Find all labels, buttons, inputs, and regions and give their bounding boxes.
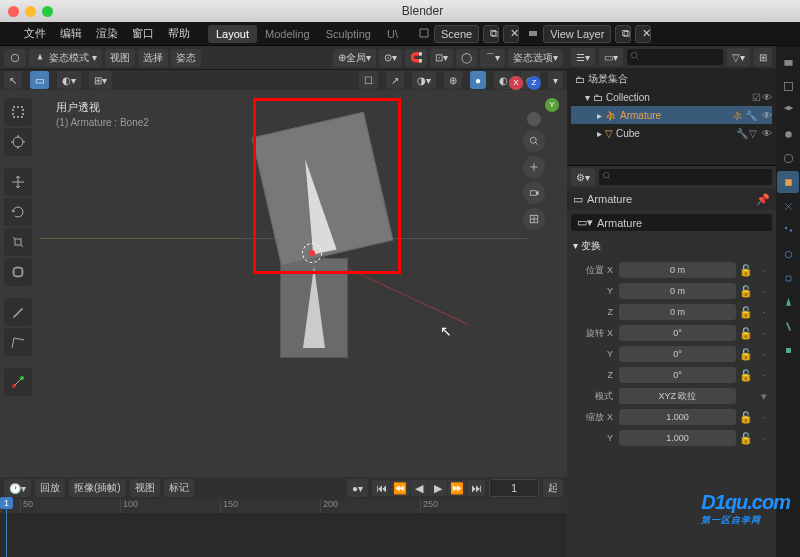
editor-type-icon[interactable] — [4, 49, 26, 67]
proportional-icon[interactable]: ◯ — [456, 49, 477, 67]
timeline-marker[interactable]: 标记 — [164, 479, 194, 497]
shading-solid-icon[interactable]: ● — [470, 71, 486, 89]
scene-copy-icon[interactable]: ⧉ — [483, 25, 499, 43]
eye-icon[interactable]: 👁 — [762, 110, 772, 121]
axis-z-neg-icon[interactable] — [527, 112, 541, 126]
snap-icon[interactable]: 🧲 — [405, 49, 427, 67]
lock-icon[interactable]: 🔓 — [738, 327, 754, 340]
tab-viewlayer-icon[interactable] — [777, 99, 799, 121]
viewlayer-selector[interactable]: View Layer — [543, 25, 611, 43]
snap-target-icon[interactable]: ⊡▾ — [430, 49, 453, 67]
checkbox-icon[interactable]: ☑ — [752, 92, 761, 103]
mesh-data-icon[interactable]: ▽ — [749, 128, 757, 139]
loc-x-field[interactable]: 0 m — [619, 262, 736, 278]
3d-viewport[interactable]: ↖ ▭ ◐▾ ⊞▾ ☐ ↗ ◑▾ ⊕ ● ◐ ◉ ▾ — [0, 70, 567, 477]
gizmo-toggle-icon[interactable]: ◐▾ — [57, 71, 81, 89]
menu-file[interactable]: 文件 — [18, 24, 52, 43]
viewlayer-icon[interactable] — [527, 27, 539, 41]
disclosure-icon[interactable]: ▸ — [597, 110, 602, 121]
jump-end-icon[interactable]: ⏭ — [467, 480, 485, 496]
header-pose[interactable]: 姿态 — [171, 49, 201, 67]
zoom-icon[interactable] — [523, 130, 545, 152]
play-reverse-icon[interactable]: ◀ — [410, 480, 428, 496]
viewlayer-delete-icon[interactable]: ✕ — [635, 25, 651, 43]
select-mode-cursor-icon[interactable]: ↖ — [4, 71, 22, 89]
props-editor-icon[interactable]: ⚙▾ — [571, 168, 595, 186]
perspective-toggle-icon[interactable] — [523, 208, 545, 230]
tool-select-box-icon[interactable] — [4, 98, 32, 126]
tool-annotate-icon[interactable] — [4, 298, 32, 326]
lock-icon[interactable]: 🔓 — [738, 264, 754, 277]
rot-x-field[interactable]: 0° — [619, 325, 736, 341]
show-gizmo-icon[interactable]: ↗ — [386, 71, 404, 89]
tree-armature[interactable]: ▸ ⛹ Armature ⛹🔧 👁 — [571, 106, 772, 124]
lock-icon[interactable]: 🔓 — [738, 348, 754, 361]
blender-logo-icon[interactable] — [4, 26, 16, 41]
tab-armature-icon[interactable] — [777, 291, 799, 313]
workspace-sculpting[interactable]: Sculpting — [318, 25, 379, 43]
menu-edit[interactable]: 编辑 — [54, 24, 88, 43]
bone-1[interactable] — [303, 266, 325, 348]
frame-current[interactable]: 1 — [489, 479, 539, 497]
shading-wire-icon[interactable]: ⊕ — [444, 71, 462, 89]
select-mode-box-icon[interactable]: ▭ — [30, 71, 49, 89]
tab-output-icon[interactable] — [777, 75, 799, 97]
navigation-gizmo[interactable]: Z X Y — [509, 76, 559, 126]
scale-x-field[interactable]: 1.000 — [619, 409, 736, 425]
timeline-editor-icon[interactable]: 🕐▾ — [4, 479, 31, 497]
play-icon[interactable]: ▶ — [429, 480, 447, 496]
overlay-toggle-icon[interactable]: ⊞▾ — [89, 71, 112, 89]
scale-y-field[interactable]: 1.000 — [619, 430, 736, 446]
lock-icon[interactable]: 🔓 — [738, 411, 754, 424]
workspace-uv[interactable]: U\ — [379, 25, 406, 43]
tab-physics-icon[interactable] — [777, 243, 799, 265]
tool-extrude-icon[interactable] — [4, 368, 32, 396]
tool-rotate-icon[interactable] — [4, 198, 32, 226]
disclosure-icon[interactable]: ▾ — [585, 92, 590, 103]
options-dropdown[interactable]: 姿态选项 ▾ — [508, 49, 563, 67]
lock-icon[interactable]: 🔓 — [738, 306, 754, 319]
xray-icon[interactable]: ☐ — [359, 71, 378, 89]
breadcrumb-name[interactable]: Armature — [587, 193, 632, 205]
outliner-new-collection-icon[interactable]: ⊞ — [754, 48, 772, 66]
tab-scene-icon[interactable] — [777, 123, 799, 145]
props-search[interactable] — [599, 169, 772, 185]
tab-modifier-icon[interactable] — [777, 195, 799, 217]
eye-icon[interactable]: 👁 — [762, 92, 772, 103]
window-close[interactable] — [8, 6, 19, 17]
tool-measure-icon[interactable] — [4, 328, 32, 356]
workspace-layout[interactable]: Layout — [208, 25, 257, 43]
axis-z-icon[interactable]: Z — [527, 76, 541, 90]
tree-scene-collection[interactable]: 🗀 场景集合 — [571, 70, 772, 88]
timeline-view[interactable]: 视图 — [130, 479, 160, 497]
menu-render[interactable]: 渲染 — [90, 24, 124, 43]
show-overlay-icon[interactable]: ◑▾ — [412, 71, 436, 89]
axis-y-icon[interactable]: Y — [545, 98, 559, 112]
tool-move-icon[interactable] — [4, 168, 32, 196]
mode-selector[interactable]: 姿态模式 ▾ — [29, 49, 102, 67]
outliner-display-icon[interactable]: ▭▾ — [599, 48, 623, 66]
tab-constraints-icon[interactable] — [777, 267, 799, 289]
tool-cursor-icon[interactable] — [4, 128, 32, 156]
rotation-mode-select[interactable]: XYZ 欧拉 — [619, 388, 736, 404]
menu-window[interactable]: 窗口 — [126, 24, 160, 43]
eye-icon[interactable]: 👁 — [762, 128, 772, 139]
lock-icon[interactable]: 🔓 — [738, 369, 754, 382]
frame-start-label[interactable]: 起 — [543, 479, 563, 497]
wrench-icon[interactable]: 🔧 — [736, 128, 748, 139]
tab-render-icon[interactable] — [777, 51, 799, 73]
window-maximize[interactable] — [42, 6, 53, 17]
playhead[interactable] — [6, 499, 7, 557]
jump-start-icon[interactable]: ⏮ — [372, 480, 390, 496]
outliner-editor-icon[interactable]: ☰▾ — [571, 48, 595, 66]
scene-delete-icon[interactable]: ✕ — [503, 25, 519, 43]
pivot-icon[interactable]: ⊙▾ — [379, 49, 402, 67]
timeline-keying[interactable]: 抠像(插帧) — [69, 479, 126, 497]
rot-z-field[interactable]: 0° — [619, 367, 736, 383]
outliner-filter-icon[interactable]: ▽▾ — [727, 48, 750, 66]
scene-browse-icon[interactable] — [418, 27, 430, 41]
timeline-playback[interactable]: 回放 — [35, 479, 65, 497]
rot-y-field[interactable]: 0° — [619, 346, 736, 362]
falloff-icon[interactable]: ⌒▾ — [480, 49, 505, 67]
pin-icon[interactable]: 📌 — [756, 193, 770, 206]
